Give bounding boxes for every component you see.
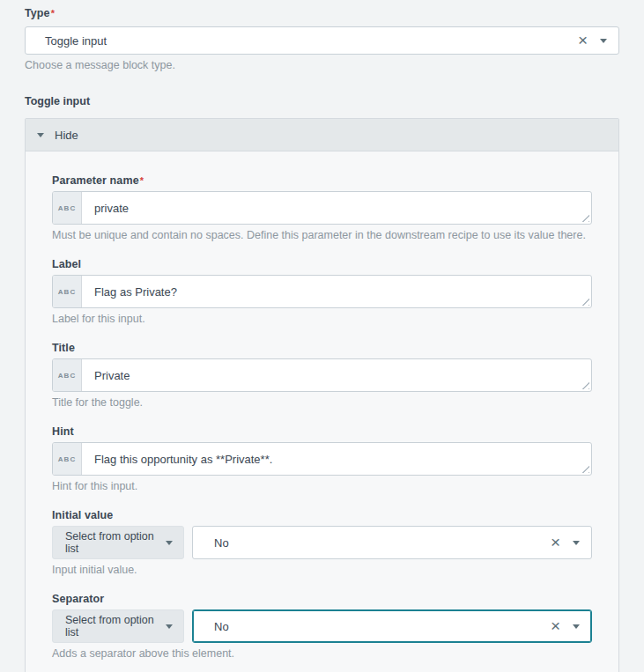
chevron-down-icon bbox=[166, 541, 173, 545]
initial-value-row: Select from option list No × bbox=[52, 526, 592, 559]
clear-icon[interactable]: × bbox=[578, 33, 588, 48]
clear-icon[interactable]: × bbox=[551, 619, 560, 633]
initial-value-select-icons: × bbox=[551, 535, 591, 550]
panel-body: Parameter name* ABC private Must be uniq… bbox=[26, 151, 618, 672]
initial-value-select[interactable]: No × bbox=[192, 526, 592, 559]
clear-icon[interactable]: × bbox=[551, 535, 560, 550]
abc-text-type-icon: ABC bbox=[53, 276, 82, 307]
initial-value-help: Input initial value. bbox=[52, 564, 592, 577]
parameter-name-label-text: Parameter name bbox=[52, 174, 139, 187]
toggle-input-panel: Hide Parameter name* ABC private Must be… bbox=[25, 118, 619, 672]
field-separator: Separator Select from option list No × bbox=[52, 593, 592, 661]
separator-select-icons: × bbox=[551, 619, 591, 633]
abc-text-type-icon: ABC bbox=[53, 192, 82, 224]
separator-label: Separator bbox=[52, 593, 592, 606]
separator-row: Select from option list No × bbox=[52, 609, 592, 643]
parameter-name-input[interactable]: private bbox=[82, 192, 591, 224]
required-asterisk: * bbox=[51, 8, 55, 18]
initial-value-label: Initial value bbox=[52, 509, 592, 522]
type-label: Type* bbox=[25, 7, 619, 20]
label-help: Label for this input. bbox=[52, 313, 592, 326]
abc-text-type-icon: ABC bbox=[53, 359, 82, 391]
parameter-name-label: Parameter name* bbox=[52, 174, 592, 188]
chevron-down-icon[interactable] bbox=[573, 541, 580, 545]
hint-input-wrap: ABC Flag this opportunity as **Private**… bbox=[52, 442, 592, 476]
field-parameter-name: Parameter name* ABC private Must be uniq… bbox=[52, 174, 592, 242]
type-select[interactable]: Toggle input × bbox=[25, 26, 619, 55]
separator-source-picker[interactable]: Select from option list bbox=[52, 609, 184, 643]
hint-label: Hint bbox=[52, 425, 592, 439]
required-asterisk: * bbox=[140, 175, 144, 186]
collapse-label: Hide bbox=[55, 129, 78, 142]
separator-select[interactable]: No × bbox=[192, 609, 592, 643]
type-select-icons: × bbox=[578, 33, 618, 48]
title-label: Title bbox=[52, 342, 592, 355]
hint-input[interactable]: Flag this opportunity as **Private**. bbox=[82, 443, 591, 475]
title-input[interactable]: Private bbox=[82, 359, 591, 391]
title-input-wrap: ABC Private bbox=[52, 358, 592, 392]
separator-help: Adds a separator above this element. bbox=[52, 647, 592, 661]
abc-text-type-icon: ABC bbox=[53, 443, 82, 475]
type-field: Type* Toggle input × Choose a message bl… bbox=[25, 7, 619, 72]
type-help-text: Choose a message block type. bbox=[25, 59, 619, 72]
chevron-down-icon[interactable] bbox=[600, 39, 607, 43]
label-label: Label bbox=[52, 258, 592, 271]
hint-help: Hint for this input. bbox=[52, 480, 592, 493]
parameter-name-help: Must be unique and contain no spaces. De… bbox=[52, 229, 592, 242]
type-select-value: Toggle input bbox=[26, 34, 578, 48]
label-input-wrap: ABC Flag as Private? bbox=[52, 275, 592, 308]
chevron-down-icon[interactable] bbox=[573, 624, 580, 629]
field-hint: Hint ABC Flag this opportunity as **Priv… bbox=[52, 425, 592, 493]
parameter-name-input-wrap: ABC private bbox=[52, 191, 592, 225]
field-label: Label ABC Flag as Private? Label for thi… bbox=[52, 258, 592, 326]
form-page: Type* Toggle input × Choose a message bl… bbox=[0, 0, 644, 672]
title-help: Title for the toggle. bbox=[52, 396, 592, 410]
field-title: Title ABC Private Title for the toggle. bbox=[52, 342, 592, 410]
initial-value-select-value: No bbox=[193, 536, 551, 550]
field-initial-value: Initial value Select from option list No… bbox=[52, 509, 592, 577]
label-input[interactable]: Flag as Private? bbox=[82, 276, 591, 307]
collapse-caret-icon bbox=[37, 133, 44, 137]
initial-value-source-picker[interactable]: Select from option list bbox=[52, 526, 184, 559]
section-title: Toggle input bbox=[25, 95, 619, 108]
picker-label: Select from option list bbox=[65, 614, 166, 639]
chevron-down-icon bbox=[166, 624, 173, 629]
panel-collapse-header[interactable]: Hide bbox=[26, 119, 618, 151]
picker-label: Select from option list bbox=[65, 530, 166, 555]
separator-select-value: No bbox=[193, 620, 551, 633]
type-label-text: Type bbox=[25, 7, 50, 19]
